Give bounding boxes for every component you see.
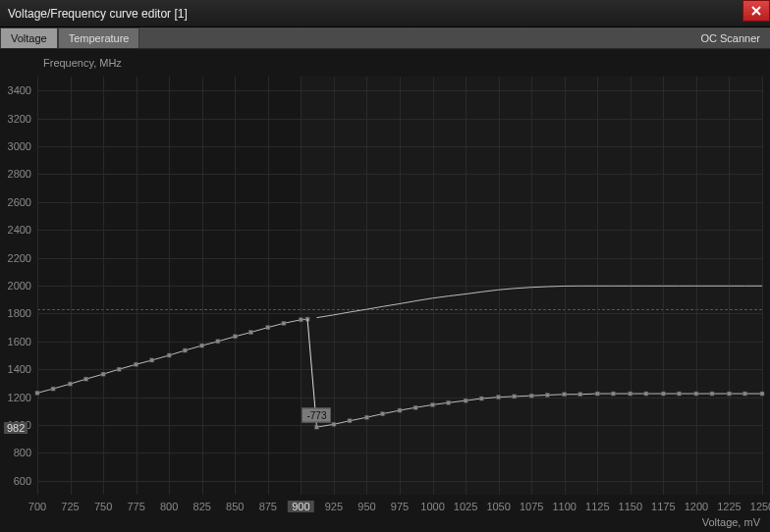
svg-rect-25: [431, 402, 435, 406]
y-tick-label: 2600: [0, 196, 33, 208]
x-tick-label: 700: [28, 501, 46, 512]
svg-rect-11: [216, 340, 220, 344]
svg-rect-37: [629, 392, 632, 396]
y-tick-label: 3000: [0, 140, 33, 152]
x-tick-label: 1100: [552, 501, 576, 512]
tabrow-spacer: [139, 27, 690, 48]
svg-rect-14: [266, 326, 270, 330]
svg-rect-5: [117, 367, 121, 371]
svg-rect-18: [314, 425, 318, 429]
window-titlebar[interactable]: Voltage/Frequency curve editor [1]: [0, 0, 770, 27]
svg-rect-38: [644, 392, 648, 396]
y-tick-label: 1200: [0, 392, 33, 403]
y-tick-label: 3400: [0, 84, 33, 96]
x-tick-label: 1050: [486, 501, 510, 512]
svg-rect-7: [150, 358, 154, 362]
y-tick-label: 2400: [0, 224, 33, 236]
tab-temperature[interactable]: Temperature: [58, 27, 140, 48]
svg-rect-39: [661, 392, 665, 396]
svg-rect-22: [381, 412, 385, 416]
x-tick-label: 1125: [585, 501, 609, 512]
x-tick-highlight: 900: [288, 501, 313, 512]
svg-rect-27: [464, 399, 468, 402]
svg-rect-44: [743, 392, 747, 396]
oc-scanner-label: OC Scanner: [700, 32, 760, 44]
svg-rect-43: [727, 392, 731, 396]
y-tick-label: 3200: [0, 113, 33, 125]
svg-rect-2: [69, 382, 73, 386]
gridline-vertical: [762, 77, 763, 495]
y-tick-label: 1600: [0, 336, 33, 347]
svg-rect-20: [348, 419, 352, 423]
svg-rect-36: [611, 392, 615, 396]
window-title: Voltage/Frequency curve editor [1]: [8, 7, 188, 21]
x-tick-label: 1075: [520, 501, 543, 512]
svg-rect-8: [167, 353, 171, 357]
x-tick-label: 950: [358, 501, 375, 512]
svg-rect-45: [760, 392, 764, 396]
svg-rect-13: [248, 331, 252, 335]
oc-scanner-button[interactable]: OC Scanner: [690, 27, 770, 48]
x-tick-label: 1150: [619, 501, 642, 512]
x-tick-label: 925: [325, 501, 343, 512]
svg-rect-26: [447, 400, 451, 404]
x-tick-label: 1025: [454, 501, 477, 512]
x-tick-label: 800: [160, 501, 178, 512]
x-tick-label: 850: [226, 501, 244, 512]
svg-rect-10: [200, 344, 204, 347]
svg-rect-35: [595, 392, 599, 396]
svg-rect-30: [513, 395, 517, 399]
y-tick-label: 800: [0, 447, 33, 458]
svg-rect-24: [413, 405, 417, 409]
svg-rect-29: [497, 396, 501, 399]
svg-rect-12: [233, 335, 237, 339]
y-tick-label: 1400: [0, 363, 33, 375]
chart-area[interactable]: Frequency, MHz Voltage, mV -773 60080010…: [0, 49, 770, 532]
x-tick-label: 1250: [750, 501, 770, 512]
tab-temperature-label: Temperature: [69, 32, 130, 44]
x-tick-label: 1000: [420, 501, 444, 512]
y-axis-label: Frequency, MHz: [43, 57, 122, 69]
svg-rect-32: [545, 393, 549, 397]
svg-rect-23: [398, 408, 402, 412]
svg-rect-4: [101, 372, 105, 376]
y-tick-label: 2000: [0, 280, 33, 292]
x-tick-label: 825: [193, 501, 211, 512]
svg-rect-15: [282, 321, 286, 325]
svg-rect-0: [35, 391, 39, 395]
offset-callout[interactable]: -773: [302, 407, 331, 422]
svg-rect-31: [529, 394, 533, 398]
x-tick-label: 1175: [651, 501, 675, 512]
y-tick-label: 2800: [0, 168, 33, 180]
y-tick-label: 1800: [0, 307, 33, 319]
y-tick-label: 2200: [0, 252, 33, 264]
curves-svg: [37, 77, 762, 495]
svg-rect-16: [299, 318, 302, 322]
svg-rect-33: [563, 393, 567, 397]
x-axis-label: Voltage, mV: [702, 516, 760, 528]
svg-rect-3: [84, 377, 88, 381]
tab-row: Voltage Temperature OC Scanner: [0, 27, 770, 49]
svg-rect-28: [479, 397, 483, 400]
x-tick-label: 775: [127, 501, 144, 512]
plot-region[interactable]: -773: [37, 77, 762, 495]
close-icon: [751, 6, 761, 16]
close-button[interactable]: [742, 0, 770, 22]
svg-rect-42: [710, 392, 714, 396]
y-tick-highlight: 982: [4, 422, 28, 434]
x-tick-label: 750: [94, 501, 112, 512]
svg-rect-41: [694, 392, 698, 396]
x-tick-label: 1200: [685, 501, 708, 512]
x-tick-label: 1225: [717, 501, 741, 512]
svg-rect-9: [183, 348, 187, 352]
tab-voltage-label: Voltage: [11, 32, 47, 44]
svg-rect-1: [51, 387, 55, 391]
svg-rect-19: [332, 422, 336, 426]
x-tick-label: 875: [259, 501, 277, 512]
svg-rect-6: [135, 362, 138, 366]
svg-rect-40: [677, 392, 681, 396]
tab-voltage[interactable]: Voltage: [0, 27, 58, 48]
x-tick-label: 725: [61, 501, 79, 512]
x-tick-label: 975: [391, 501, 409, 512]
svg-rect-34: [578, 393, 582, 397]
